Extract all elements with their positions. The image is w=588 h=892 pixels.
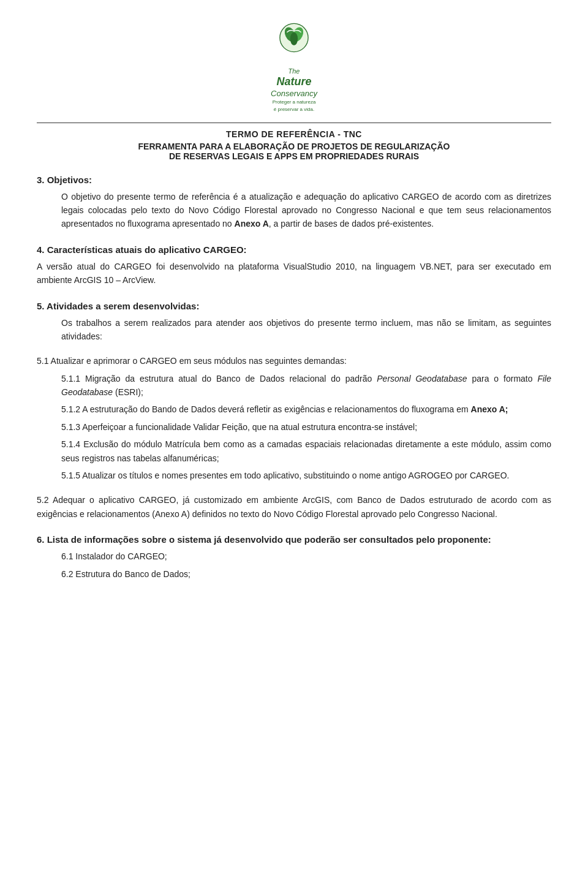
section-4-title: 4. Características atuais do aplicativo …: [37, 244, 551, 255]
s511-italic1: Personal Geodatabase: [377, 374, 467, 384]
svg-point-3: [290, 32, 298, 45]
header-subtitle1: FERRAMENTA PARA A ELABORAÇÃO DE PROJETOS…: [138, 142, 450, 151]
s511-label: 5.1.1 Migração da estrutura atual do Ban…: [61, 374, 377, 384]
logo-svg: [270, 18, 318, 67]
s511-middle: para o formato: [467, 374, 538, 384]
section-6-2: 6.2 Estrutura do Banco de Dados;: [61, 567, 551, 581]
header-subtitle2: DE RESERVAS LEGAIS E APPS EM PROPRIEDADE…: [169, 151, 419, 161]
s6-title-end: :: [488, 534, 491, 545]
section-3-paragraph: O objetivo do presente termo de referênc…: [61, 190, 551, 231]
section-5-1-label: 5.1 Atualizar e aprimorar o CARGEO em se…: [37, 354, 551, 368]
s3-text2: , a partir de bases de dados pré-existen…: [269, 219, 434, 229]
header-divider: [37, 123, 551, 123]
s511-end: (ESRI);: [113, 387, 143, 397]
page-header: The Nature Conservancy Proteger a nature…: [37, 18, 551, 161]
section-5-1-2: 5.1.2 A estruturação do Bando de Dados d…: [61, 403, 551, 416]
section-5-1-1: 5.1.1 Migração da estrutura atual do Ban…: [61, 372, 551, 399]
section-5-title: 5. Atividades a serem desenvolvidas:: [37, 301, 551, 311]
logo-nature: Nature: [271, 75, 317, 89]
section-3-title: 3. Objetivos:: [37, 175, 551, 185]
section-5-p1: Os trabalhos a serem realizados para ate…: [61, 316, 551, 344]
section-5-1-4: 5.1.4 Exclusão do módulo Matrícula bem c…: [61, 437, 551, 465]
section-6-title: 6. Lista de informações sobre o sistema …: [37, 534, 551, 545]
s512-label: 5.1.2 A estruturação do Bando de Dados d…: [61, 404, 471, 414]
logo-tagline2: é preservar a vida.: [271, 107, 317, 113]
section-5-1-5: 5.1.5 Atualizar os títulos e nomes prese…: [61, 469, 551, 482]
logo-text-block: The Nature Conservancy Proteger a nature…: [271, 67, 317, 113]
page: The Nature Conservancy Proteger a nature…: [0, 0, 588, 892]
section-5-1-3: 5.1.3 Aperfeiçoar a funcionalidade Valid…: [61, 420, 551, 434]
section-5-2-label: 5.2 Adequar o aplicativo CARGEO, já cust…: [37, 493, 551, 521]
logo-tagline1: Proteger a natureza: [271, 99, 317, 105]
section-6-1: 6.1 Instalador do CARGEO;: [61, 550, 551, 563]
s6-title-text: 6. Lista de informações sobre o sistema …: [37, 534, 488, 545]
tnc-logo: The Nature Conservancy Proteger a nature…: [270, 18, 318, 113]
s3-annexa: Anexo A: [235, 219, 269, 229]
s512-bold: Anexo A;: [471, 404, 508, 414]
logo-the: The: [271, 67, 317, 75]
header-title: TERMO DE REFERÊNCIA - TNC: [226, 129, 362, 139]
logo-conservancy: Conservancy: [271, 89, 317, 99]
section-4-p1: A versão atual do CARGEO foi desenvolvid…: [37, 260, 551, 287]
